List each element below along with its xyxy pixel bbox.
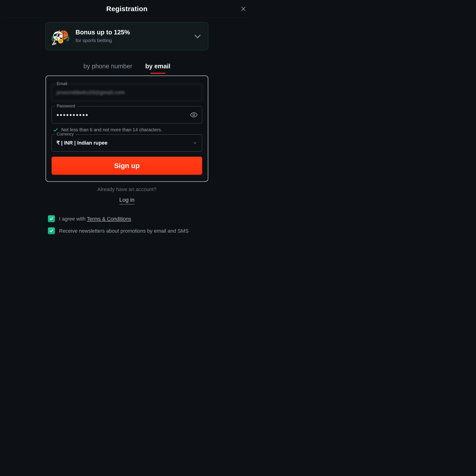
eye-icon[interactable] bbox=[190, 111, 198, 119]
checkbox-newsletter[interactable] bbox=[48, 227, 55, 234]
login-link[interactable]: Log in bbox=[119, 197, 134, 204]
password-label: Password bbox=[55, 104, 77, 109]
terms-link[interactable]: Terms & Conditions bbox=[87, 216, 131, 222]
currency-select[interactable]: ₹ | INR | Indian rupee bbox=[51, 134, 202, 152]
page-title: Registration bbox=[106, 5, 147, 13]
newsletter-label: Receive newsletters about promotions by … bbox=[59, 227, 189, 235]
email-field[interactable]: josezrebbeks23@gmail.com bbox=[51, 84, 202, 101]
password-hint-text: Not less than 6 and not more than 14 cha… bbox=[61, 127, 162, 133]
terms-prefix: I agree with bbox=[59, 216, 87, 222]
password-field[interactable]: ●●●●●●●●●● bbox=[51, 106, 202, 123]
signup-button[interactable]: Sign up bbox=[51, 157, 202, 175]
checkbox-terms[interactable] bbox=[48, 215, 55, 222]
bonus-subtitle: for sports betting bbox=[76, 38, 130, 43]
close-icon[interactable] bbox=[239, 5, 247, 13]
tab-email[interactable]: by email bbox=[145, 63, 170, 71]
chevron-down-icon[interactable] bbox=[193, 32, 202, 41]
sports-bonus-icon bbox=[50, 27, 71, 45]
bonus-card[interactable]: Bonus up to 125% for sports betting bbox=[46, 22, 208, 50]
svg-point-8 bbox=[59, 40, 62, 43]
currency-value: ₹ | INR | Indian rupee bbox=[56, 140, 107, 146]
bonus-title: Bonus up to 125% bbox=[76, 29, 130, 36]
already-have-account: Already have an account? bbox=[46, 187, 208, 192]
currency-label: Currency bbox=[55, 132, 76, 137]
chevron-down-icon bbox=[193, 141, 197, 145]
svg-point-9 bbox=[193, 114, 195, 116]
tab-phone[interactable]: by phone number bbox=[84, 63, 132, 71]
signup-form-panel: Email josezrebbeks23@gmail.com Password … bbox=[46, 76, 208, 182]
